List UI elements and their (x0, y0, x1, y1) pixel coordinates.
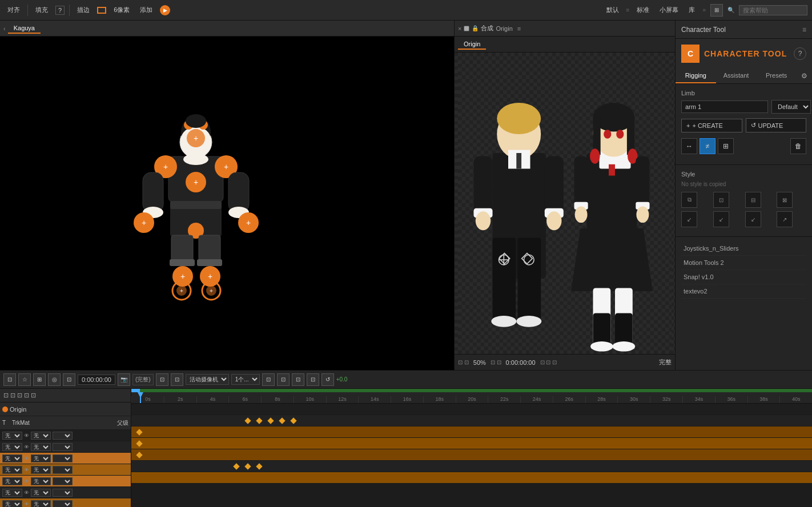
tab-origin[interactable]: Origin (458, 39, 486, 50)
plugin-textevo[interactable]: textevo2 (681, 284, 806, 299)
icon-eye-4[interactable]: 👁 (24, 467, 29, 473)
ctrl-btn-icon1[interactable]: ⊡ (262, 373, 275, 386)
select-1b[interactable]: 无 (31, 432, 51, 440)
style-btn-7[interactable]: ↙ (745, 211, 761, 227)
viewport[interactable]: + + + + (0, 37, 454, 370)
search-input[interactable] (739, 5, 807, 15)
style-btn-2[interactable]: ⊡ (713, 192, 729, 208)
icon-eye-2[interactable]: 👁 (24, 444, 29, 450)
select-2c[interactable] (53, 443, 73, 451)
ctrl-btn-icon2[interactable]: ⊡ (277, 373, 290, 386)
select-4b[interactable]: 无 (31, 466, 51, 474)
select-6c[interactable] (53, 489, 73, 497)
select-7c[interactable] (53, 500, 73, 508)
preset-library[interactable]: 库 (686, 5, 698, 15)
plugin-joysticks[interactable]: Joysticks_n_Sliders (681, 242, 806, 256)
create-button[interactable]: + + CREATE (681, 119, 742, 132)
comp-viewer-area[interactable] (455, 53, 675, 354)
limb-select[interactable]: Default Left Right (771, 100, 811, 114)
style-btn-1[interactable]: ⧉ (681, 192, 697, 208)
select-2a[interactable]: 无 (2, 443, 22, 451)
left-arrow[interactable]: ‹ (3, 25, 6, 32)
tab-assistant[interactable]: Assistant (716, 69, 757, 83)
style-btn-5[interactable]: ↙ (681, 211, 697, 227)
select-7a[interactable]: 无 (2, 500, 22, 508)
icon-eye-6[interactable]: 👁 (24, 490, 29, 496)
select-5b[interactable]: 无 (31, 477, 51, 485)
icon-eye-7[interactable]: 👁 (24, 501, 29, 507)
select-5c[interactable] (53, 477, 73, 485)
icon-eye-1[interactable]: 👁 (24, 433, 29, 438)
comp-lock[interactable]: 🔒 (472, 25, 479, 31)
char-tool-header: Character Tool ≡ (676, 21, 812, 39)
stroke-tool[interactable]: 描边 (74, 5, 93, 15)
select-4c[interactable] (53, 466, 73, 474)
quality-label: (完整) (132, 374, 154, 385)
style-btn-3[interactable]: ⊟ (745, 192, 761, 208)
style-btn-6[interactable]: ↙ (713, 211, 729, 227)
ctrl-btn-icon5[interactable]: ↺ (321, 373, 334, 386)
select-1a[interactable]: 无 (2, 432, 22, 440)
ctrl-btn-icon3[interactable]: ⊡ (292, 373, 304, 386)
preset-small[interactable]: 小屏幕 (657, 5, 681, 15)
ctrl-btn-icon4[interactable]: ⊡ (307, 373, 319, 386)
select-5a[interactable]: 无 (2, 477, 22, 485)
transform-icon-btn[interactable]: ⊞ (718, 138, 734, 154)
align-tool[interactable]: 对齐 (5, 5, 23, 15)
comp-menu[interactable]: ≡ (517, 25, 521, 32)
char-tool-menu[interactable]: ≡ (802, 26, 806, 34)
fill-question[interactable]: ? (55, 6, 65, 15)
ctrl-btn-3[interactable]: ⊞ (33, 373, 46, 386)
arrows-icon-btn[interactable]: ↔ (681, 138, 697, 154)
timeline-tracks[interactable]: 0s 2s 4s 6s 8s 10s 12s 14s 16s 18s 20s 2… (131, 389, 812, 507)
preset-default[interactable]: 默认 (604, 5, 622, 15)
pixels-tool[interactable]: 6像素 (111, 5, 132, 15)
comp-close[interactable]: × (458, 25, 461, 32)
comp-zoom[interactable]: 50% (473, 359, 486, 366)
plugin-motion-tools[interactable]: Motion Tools 2 (681, 256, 806, 270)
style-grid-bottom: ↙ ↙ ↙ ↗ (681, 211, 806, 227)
preset-standard[interactable]: 标准 (634, 5, 652, 15)
tab-settings[interactable]: ⚙ (797, 69, 812, 83)
select-4a[interactable]: 无 (2, 466, 22, 474)
ctrl-btn-res1[interactable]: ⊡ (156, 373, 168, 386)
update-button[interactable]: ↺ UPDATE (746, 118, 807, 132)
comp-quality[interactable]: 完整 (659, 358, 672, 367)
tab-rigging[interactable]: Rigging (676, 69, 716, 83)
preset-more[interactable]: » (702, 7, 706, 13)
tab-presets[interactable]: Presets (756, 69, 797, 83)
style-btn-8[interactable]: ↗ (777, 211, 793, 227)
select-3b[interactable]: 无 (31, 454, 51, 462)
select-7b[interactable]: 无 (31, 500, 51, 508)
trash-icon-btn[interactable]: 🗑 (790, 138, 806, 154)
help-button[interactable]: ? (794, 47, 806, 60)
active-icon-btn[interactable]: ≠ (700, 138, 715, 154)
ctrl-btn-4[interactable]: ◎ (48, 373, 61, 386)
select-3a[interactable]: 无 (2, 454, 22, 462)
camera-select[interactable]: 活动摄像机 (186, 374, 229, 385)
fill-tool[interactable]: 填充 (33, 5, 51, 15)
select-6a[interactable]: 无 (2, 489, 22, 497)
tab-kaguya[interactable]: Kaguya (8, 23, 41, 34)
plugin-snap[interactable]: Snap! v1.0 (681, 270, 806, 284)
ctrl-btn-5[interactable]: ⊡ (63, 373, 75, 386)
view-select[interactable]: 1个... (231, 374, 260, 385)
select-1c[interactable] (53, 432, 73, 440)
panel-icon[interactable]: ⊞ (710, 4, 723, 17)
icon-eye-5[interactable]: 👁 (24, 478, 29, 484)
select-3c[interactable] (53, 454, 73, 462)
ctrl-btn-cam[interactable]: 📷 (118, 373, 130, 386)
ctrl-btn-res2[interactable]: ⊡ (171, 373, 183, 386)
ctrl-btn-2[interactable]: ☆ (18, 373, 31, 386)
style-btn-4[interactable]: ⊠ (777, 192, 793, 208)
select-2b[interactable]: 无 (31, 443, 51, 451)
add-tool[interactable]: 添加 (137, 5, 155, 15)
select-6b[interactable]: 无 (31, 489, 51, 497)
playhead[interactable] (140, 392, 141, 403)
ctrl-btn-1[interactable]: ⊡ (3, 373, 16, 386)
mark-38s: 38s (747, 396, 780, 403)
comp-checkbox[interactable] (464, 26, 469, 31)
limb-input[interactable] (681, 100, 768, 113)
track-row-3 (131, 426, 812, 438)
icon-eye-3[interactable]: 👁 (24, 456, 29, 461)
